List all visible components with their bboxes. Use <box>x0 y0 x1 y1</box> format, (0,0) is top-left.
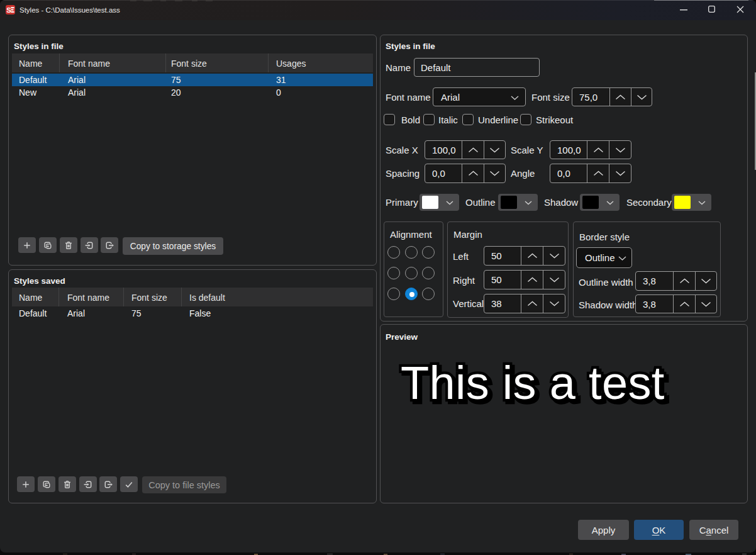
svg-text:This is a test: This is a test <box>401 357 665 409</box>
svg-text:S: S <box>6 6 11 14</box>
